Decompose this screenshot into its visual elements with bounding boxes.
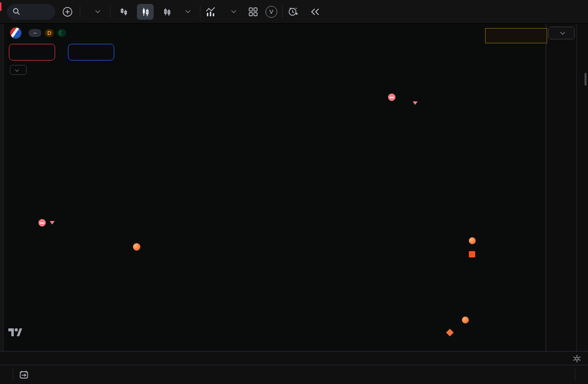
divider: [575, 369, 575, 381]
legend-buy-on-orderblock: [469, 237, 480, 244]
drawing-toolbar-collapsed[interactable]: [0, 24, 4, 351]
chevron-down-icon: [15, 67, 19, 71]
template-v-icon[interactable]: V: [265, 6, 277, 18]
alarm-clock-icon: [288, 6, 298, 17]
chart-style-hollow-icon[interactable]: [159, 4, 175, 20]
price-scale[interactable]: [546, 24, 576, 351]
layout-grid-icon[interactable]: [246, 4, 261, 19]
collapse-pill-icon[interactable]: −: [29, 29, 41, 37]
interval-badge: D: [45, 29, 54, 37]
chart-style-candles-icon[interactable]: [137, 4, 154, 20]
go-to-date-icon[interactable]: [19, 370, 29, 379]
indicators-chevron[interactable]: [226, 4, 241, 19]
symbol-header: − D ☾: [10, 27, 102, 39]
tradingview-app: V − D ☾: [0, 0, 588, 384]
currency-selector[interactable]: [548, 27, 575, 39]
replay-rewind-icon: [310, 7, 320, 16]
indicators-button[interactable]: [205, 6, 221, 17]
orange-circle-icon: [469, 237, 476, 244]
orderblock-minus-icon: [38, 219, 46, 226]
divider: [13, 369, 13, 381]
chart-style-chevron[interactable]: [180, 4, 195, 19]
legend-demand-area: [469, 251, 479, 257]
chart-area: − D ☾: [4, 24, 546, 351]
legend-confirm: [447, 330, 457, 335]
top-toolbar: V: [0, 0, 588, 24]
triangle-down-icon: [413, 101, 418, 105]
indicator-icon: [205, 6, 217, 17]
primbon-saham-badge: [485, 28, 547, 43]
compare-add-icon[interactable]: [60, 4, 75, 19]
triangle-down-icon: [50, 221, 55, 224]
alert-notch: [0, 2, 1, 11]
timeframe-dropdown-chevron[interactable]: [90, 4, 105, 19]
indicator-group-toggle[interactable]: [10, 65, 27, 75]
chevron-down-icon: [560, 30, 565, 34]
orange-square-icon: [469, 251, 475, 257]
symbol-logo: [10, 27, 22, 39]
time-scale[interactable]: [0, 351, 588, 365]
symbol-search[interactable]: [7, 4, 55, 20]
alert-button[interactable]: [288, 6, 302, 17]
divider: [110, 6, 110, 18]
orderblock-dot-icon: [133, 243, 140, 251]
right-panel-collapsed[interactable]: [576, 24, 588, 351]
trade-buttons: [9, 44, 114, 61]
search-icon: [13, 8, 20, 15]
sell-button[interactable]: [9, 44, 55, 61]
market-closed-moon-icon: ☾: [57, 29, 66, 37]
orderblock-label-left: [38, 219, 55, 226]
divider: [200, 6, 200, 18]
scrollbar-thumb[interactable]: [585, 73, 587, 86]
buy-button[interactable]: [68, 44, 114, 61]
tradingview-logo-icon: [8, 326, 23, 339]
orange-circle-icon: [462, 317, 469, 323]
orderblock-minus-icon: [388, 94, 395, 101]
replay-button[interactable]: [310, 7, 324, 16]
main-area: − D ☾: [0, 24, 588, 351]
gear-icon[interactable]: [573, 354, 581, 363]
legend-golden-area: [462, 317, 473, 323]
orange-diamond-icon: [446, 329, 454, 337]
divider: [282, 6, 283, 18]
chart-canvas[interactable]: [4, 24, 546, 351]
orderblock-label-top: [388, 94, 398, 101]
chart-style-bars-icon[interactable]: [115, 4, 132, 20]
bottom-toolbar: [0, 365, 588, 384]
divider: [80, 6, 80, 18]
orderblock-label-volume: [133, 243, 143, 251]
